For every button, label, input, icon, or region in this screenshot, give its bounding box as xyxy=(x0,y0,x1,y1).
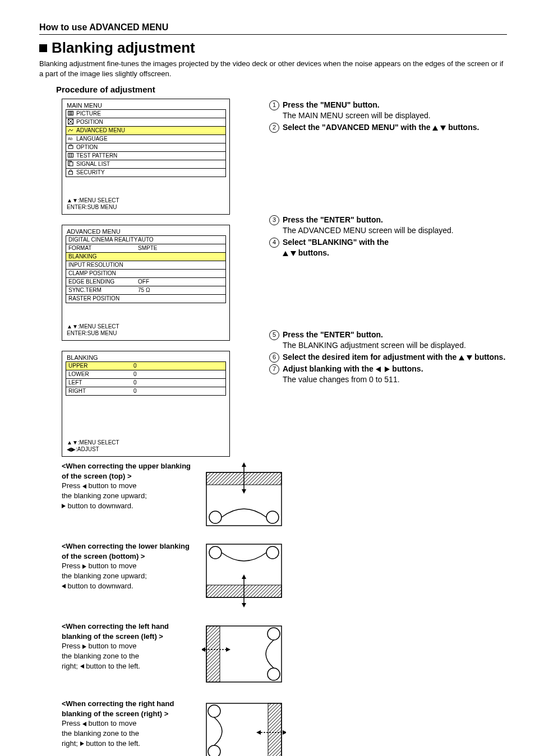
up-arrow-icon xyxy=(283,251,288,256)
right-arrow-icon xyxy=(80,741,84,746)
menu-title: ADVANCED MENU xyxy=(66,228,226,235)
right-arrow-icon xyxy=(62,504,66,508)
menu-item-signallist: SIGNAL LIST xyxy=(66,160,226,168)
step-4: Select "BLANKING" with the buttons. xyxy=(283,237,507,258)
menu-item-upper: UPPER0 xyxy=(66,361,226,370)
down-arrow-icon xyxy=(440,126,446,131)
quad-bottom-text: <When correcting the lower blanking of t… xyxy=(62,541,197,610)
main-menu-screenshot: MAIN MENU PICTURE POSITION ADVANCED MENU… xyxy=(62,99,230,215)
right-arrow-icon xyxy=(82,564,86,569)
menu-item-testpattern: TEST PATTERN xyxy=(66,151,226,160)
quad-bottom-diagram xyxy=(202,541,286,610)
quad-right-diagram xyxy=(202,699,286,756)
step-3-icon: 3 xyxy=(269,215,279,225)
subheading: Procedure of adjustment xyxy=(56,85,507,94)
quad-left-text: <When correcting the left hand blanking … xyxy=(62,622,197,688)
menu-item-dcr: DIGITAL CINEMA REALITYAUTO xyxy=(66,235,226,244)
menu-item-left: LEFT0 xyxy=(66,378,226,387)
step-6: Select the desired item for adjustment w… xyxy=(283,352,507,363)
section-title: How to use ADVANCED MENU xyxy=(39,22,507,35)
svg-marker-43 xyxy=(256,730,261,735)
svg-point-21 xyxy=(209,511,222,523)
menu-item-blanking: BLANKING xyxy=(66,252,226,261)
svg-rect-9 xyxy=(68,154,73,157)
left-arrow-icon xyxy=(82,722,86,726)
security-icon xyxy=(68,169,73,175)
step-1: Press the "MENU" button. The MAIN MENU s… xyxy=(283,100,507,121)
menu-item-advanced: ADVANCED MENU xyxy=(66,126,226,134)
svg-rect-41 xyxy=(268,703,282,756)
svg-marker-27 xyxy=(242,574,246,579)
menu-item-edgeblend: EDGE BLENDINGOFF xyxy=(66,277,226,286)
square-bullet-icon xyxy=(39,44,47,52)
svg-point-38 xyxy=(268,668,280,680)
picture-icon xyxy=(68,110,73,116)
quad-left-diagram xyxy=(202,622,286,688)
svg-rect-13 xyxy=(70,162,73,166)
step-5: Press the "ENTER" button. The BLANKING a… xyxy=(283,330,507,351)
position-icon xyxy=(68,119,73,124)
step-2: Select the "ADVANCED MENU" with the butt… xyxy=(283,122,507,133)
main-heading: Blanking adjustment xyxy=(52,39,195,57)
menu-item-position: POSITION xyxy=(66,118,226,126)
menu-item-format: FORMATSMPTE xyxy=(66,244,226,252)
menu-item-option: OPTION xyxy=(66,143,226,151)
down-arrow-icon xyxy=(290,251,296,256)
menu-footer-enter: ENTER:SUB MENU xyxy=(67,204,226,211)
menu-footer-enter: ENTER:SUB MENU xyxy=(67,330,226,337)
intro-text: Blanking adjustment fine-tunes the image… xyxy=(39,59,507,79)
svg-marker-36 xyxy=(226,647,230,652)
quad-top-diagram xyxy=(202,461,286,530)
right-arrow-icon xyxy=(82,644,86,649)
left-arrow-icon xyxy=(62,584,66,588)
blanking-menu-screenshot: BLANKING UPPER0 LOWER0 LEFT0 RIGHT0 ▲▼:M… xyxy=(62,351,230,457)
svg-marker-44 xyxy=(283,730,286,735)
signallist-icon xyxy=(68,161,73,166)
menu-item-language: AbLANGUAGE xyxy=(66,134,226,143)
option-icon xyxy=(68,144,73,150)
step-6-icon: 6 xyxy=(269,353,279,363)
svg-marker-19 xyxy=(242,462,246,467)
svg-rect-14 xyxy=(69,171,73,174)
language-icon: Ab xyxy=(68,136,73,141)
step-5-icon: 5 xyxy=(269,330,279,340)
svg-marker-28 xyxy=(242,603,246,607)
svg-marker-35 xyxy=(202,647,205,652)
menu-footer-select: ▲▼:MENU SELECT xyxy=(67,439,226,446)
down-arrow-icon xyxy=(467,355,472,360)
menu-item-raster: RASTER POSITION xyxy=(66,294,226,303)
svg-point-30 xyxy=(266,546,279,559)
svg-rect-8 xyxy=(68,146,73,149)
left-arrow-icon xyxy=(80,664,84,669)
svg-marker-20 xyxy=(242,489,246,494)
svg-point-45 xyxy=(208,705,220,717)
menu-footer-adjust: ◀▶:ADJUST xyxy=(67,446,226,453)
menu-footer-select: ▲▼:MENU SELECT xyxy=(67,197,226,204)
testpattern-icon xyxy=(68,152,73,158)
step-1-icon: 1 xyxy=(269,100,279,110)
step-2-icon: 2 xyxy=(269,123,279,133)
up-arrow-icon xyxy=(459,355,464,360)
step-4-icon: 4 xyxy=(269,238,279,248)
svg-point-29 xyxy=(209,546,222,559)
svg-point-37 xyxy=(268,628,280,640)
step-7-icon: 7 xyxy=(269,364,279,374)
menu-item-picture: PICTURE xyxy=(66,109,226,118)
left-arrow-icon xyxy=(376,367,381,372)
menu-item-security: SECURITY xyxy=(66,168,226,177)
menu-item-right: RIGHT0 xyxy=(66,387,226,396)
menu-item-syncterm: SYNC.TERM75 Ω xyxy=(66,286,226,294)
menu-item-inputres: INPUT RESOLUTION xyxy=(66,261,226,269)
advanced-icon xyxy=(68,127,73,133)
menu-title: MAIN MENU xyxy=(66,102,226,109)
step-7: Adjust blanking with the buttons. The va… xyxy=(283,364,507,385)
menu-item-clamp: CLAMP POSITION xyxy=(66,269,226,277)
left-arrow-icon xyxy=(82,484,86,489)
up-arrow-icon xyxy=(432,126,438,131)
quad-right-text: <When correcting the right hand blanking… xyxy=(62,699,197,756)
svg-text:Ab: Ab xyxy=(68,137,73,141)
menu-title: BLANKING xyxy=(66,354,226,361)
svg-rect-33 xyxy=(206,626,220,682)
step-3: Press the "ENTER" button. The ADVANCED M… xyxy=(283,215,507,236)
menu-footer-select: ▲▼:MENU SELECT xyxy=(67,323,226,330)
